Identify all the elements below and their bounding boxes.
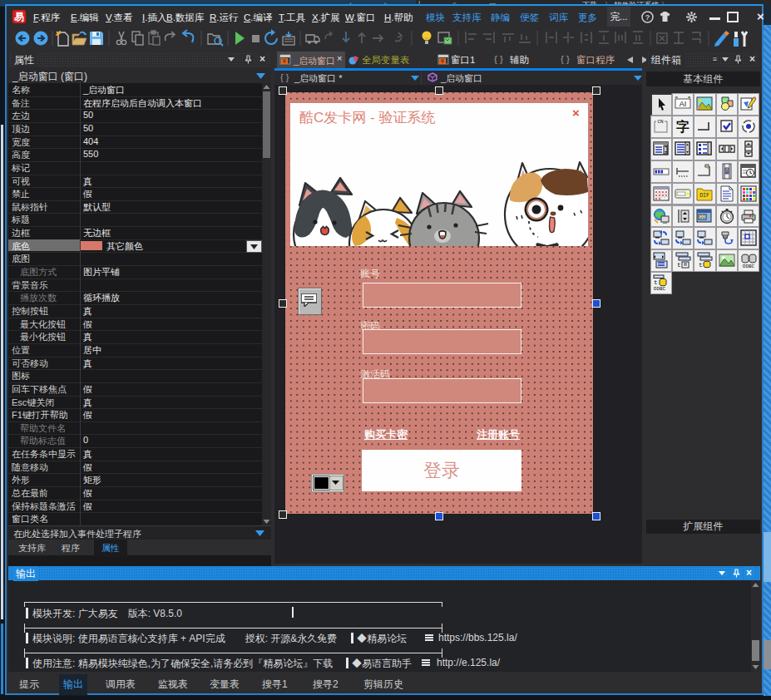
svg-text:ODBC: ODBC	[654, 286, 666, 291]
svg-text:ODBC: ODBC	[743, 264, 755, 269]
svg-text:CN: CN	[657, 119, 664, 125]
svg-text:t: t	[654, 279, 658, 286]
svg-text:00: 00	[699, 214, 706, 220]
svg-text:字: 字	[676, 119, 689, 134]
svg-text:t: t	[699, 261, 703, 269]
svg-text:AI: AI	[680, 100, 687, 108]
svg-text:DIF: DIF	[700, 193, 710, 199]
svg-text:?: ?	[645, 13, 650, 22]
svg-text:t: t	[677, 261, 681, 269]
